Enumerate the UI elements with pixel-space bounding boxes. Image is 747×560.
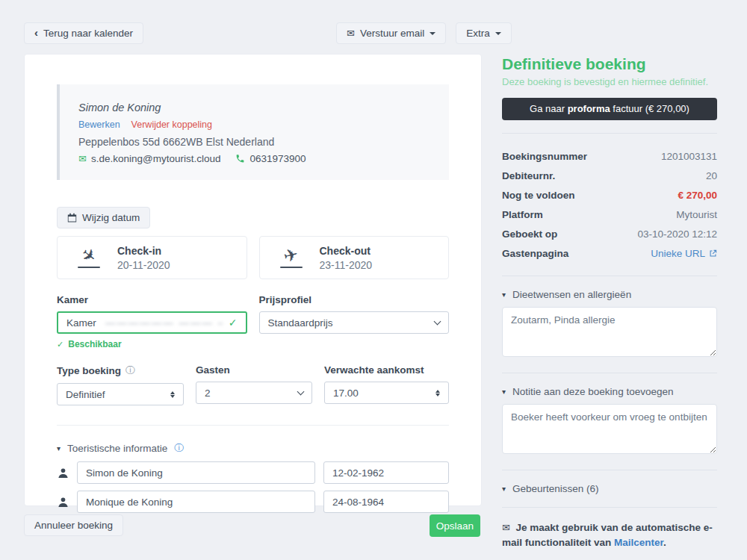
cancel-booking-button[interactable]: Annuleer boeking (24, 514, 123, 536)
booking-status-sidebar: Definitieve boeking Deze boeking is beve… (502, 55, 717, 560)
guests-select[interactable]: 2 (196, 382, 312, 404)
phone-icon (235, 154, 245, 164)
booking-detail-page: ‹ Terug naar kalender ✉ Verstuur email E… (0, 0, 747, 560)
cancel-booking-label: Annuleer boeking (34, 520, 113, 531)
arrival-time-stepper[interactable]: 17.00 (324, 382, 449, 404)
price-profile-label: Prijsprofiel (259, 294, 450, 305)
arrival-label: Verwachte aankomst (324, 364, 449, 376)
chevron-down-icon (297, 388, 305, 395)
person-icon (57, 467, 69, 479)
tourist-name-input[interactable] (77, 461, 315, 484)
detail-row-booking-number: Boekingsnummer 1201003131 (502, 146, 717, 166)
guest-phone-value: 0631973900 (249, 153, 306, 164)
room-input[interactable]: Kamer —————— ——— — ✓ (57, 311, 247, 334)
price-profile-select[interactable]: Standaardprijs (259, 311, 450, 334)
room-availability: ✓ Beschikbaar (57, 339, 247, 349)
diet-textarea[interactable]: Zoutarm, Pinda allergie (502, 307, 717, 357)
room-value-obscured: —————— ——— — (105, 317, 223, 329)
back-to-calendar-button[interactable]: ‹ Terug naar kalender (24, 22, 143, 44)
guest-email: ✉ s.de.koning@mytourist.cloud (78, 153, 220, 164)
booking-status-subtitle: Deze boeking is bevestigd en hiermee def… (502, 76, 717, 87)
envelope-icon: ✉ (78, 153, 87, 164)
booking-status-title: Definitieve boeking (502, 55, 717, 73)
plane-landing-icon: ✈ (75, 247, 102, 268)
send-email-label: Verstuur email (360, 28, 424, 39)
guest-info-panel: Simon de Koning Bewerken Verwijder koppe… (57, 84, 449, 180)
send-email-button[interactable]: ✉ Verstuur email (336, 22, 446, 44)
guest-contact: ✉ s.de.koning@mytourist.cloud 0631973900 (78, 153, 430, 164)
calendar-icon (67, 213, 77, 223)
edit-guest-link[interactable]: Bewerken (78, 119, 120, 130)
checkin-box: ✈ Check-in 20-11-2020 (57, 236, 247, 279)
tourist-birthdate-input[interactable] (323, 491, 449, 513)
divider (502, 276, 717, 276)
chevron-left-icon: ‹ (34, 26, 38, 39)
booking-form-card: Simon de Koning Bewerken Verwijder koppe… (24, 54, 482, 506)
up-down-arrows-icon (436, 390, 440, 396)
detail-row-debtor-number: Debiteurnr. 20 (502, 166, 717, 185)
tourist-birthdate-input[interactable] (323, 461, 449, 484)
plane-takeoff-icon: ✈ (278, 247, 305, 268)
unlink-guest-link[interactable]: Verwijder koppeling (131, 119, 212, 130)
checkout-date: 23-11-2020 (320, 259, 373, 271)
change-date-button[interactable]: Wijzig datum (57, 207, 150, 228)
detail-row-guest-page: Gastenpagina Unieke URL (502, 243, 717, 263)
caret-down-icon: ▾ (57, 444, 61, 452)
diet-section-header[interactable]: ▾ Dieetwensen en allergieën (502, 289, 717, 300)
caret-down-icon: ▾ (502, 485, 506, 493)
guest-address: Peppelenbos 55d 6662WB Elst Nederland (78, 136, 430, 148)
check-icon: ✓ (57, 340, 63, 349)
topbar-actions: ✉ Verstuur email Extra (336, 22, 512, 44)
tourist-row (57, 491, 449, 513)
booking-type-label: Type boeking ⓘ (57, 364, 184, 377)
tourist-row (57, 461, 449, 484)
availability-label: Beschikbaar (68, 339, 121, 349)
tourist-name-input[interactable] (77, 491, 315, 513)
tourist-info-header[interactable]: ▾ Toeristische informatie ⓘ (57, 442, 449, 455)
chevron-down-icon (434, 317, 441, 325)
booking-type-value: Definitief (66, 389, 105, 400)
change-date-label: Wijzig datum (82, 212, 140, 223)
room-value: Kamer (66, 317, 96, 329)
checkin-date: 20-11-2020 (117, 259, 170, 271)
unique-url-link[interactable]: Unieke URL (651, 248, 717, 259)
guest-links: Bewerken Verwijder koppeling (78, 119, 430, 130)
mailcenter-link[interactable]: Mailcenter (614, 537, 663, 548)
price-profile-value: Standaardprijs (268, 317, 333, 329)
room-price-row: Kamer Kamer —————— ——— — ✓ ✓ Beschikbaar… (57, 294, 449, 349)
check-dates-row: ✈ Check-in 20-11-2020 ✈ Check-out 23-11-… (57, 236, 449, 279)
info-icon: ⓘ (174, 442, 184, 455)
guest-name: Simon de Koning (78, 102, 430, 113)
checkout-box: ✈ Check-out 23-11-2020 (259, 236, 450, 279)
extra-label: Extra (466, 28, 490, 39)
person-icon (57, 497, 69, 508)
divider (502, 470, 717, 470)
info-icon: ⓘ (125, 364, 135, 377)
detail-row-amount-due: Nog te voldoen € 270,00 (502, 185, 717, 205)
events-section-header[interactable]: ▾ Gebeurtenissen (6) (502, 483, 717, 494)
guests-label: Gasten (196, 364, 312, 376)
envelope-icon: ✉ (347, 28, 355, 39)
proforma-invoice-button[interactable]: Ga naar proforma factuur (€ 270,00) (502, 98, 717, 120)
extra-button[interactable]: Extra (456, 22, 512, 44)
envelope-icon: ✉ (502, 522, 510, 533)
diet-section-title: Dieetwensen en allergieën (512, 289, 631, 300)
up-down-arrows-icon (170, 391, 175, 398)
booking-type-select[interactable]: Definitief (57, 383, 184, 405)
amount-due-value: € 270,00 (678, 190, 717, 201)
divider (502, 507, 717, 508)
check-icon: ✓ (229, 317, 238, 329)
tourist-info-title: Toeristische informatie (67, 443, 167, 454)
caret-down-icon: ▾ (502, 290, 506, 299)
note-textarea[interactable]: Boeker heeft voorkeur om vroeg te ontbij… (502, 404, 717, 454)
save-button[interactable]: Opslaan (430, 514, 480, 537)
note-section-header[interactable]: ▾ Notitie aan deze boeking toevoegen (502, 386, 717, 397)
note-section-title: Notitie aan deze boeking toevoegen (512, 386, 673, 397)
checkin-label: Check-in (117, 245, 170, 257)
detail-row-booked-on: Geboekt op 03-10-2020 12:12 (502, 224, 717, 243)
caret-down-icon: ▾ (502, 388, 506, 396)
caret-down-icon (495, 32, 501, 35)
room-label: Kamer (57, 294, 247, 305)
arrival-value: 17.00 (333, 388, 359, 399)
back-button-label: Terug naar kalender (43, 28, 133, 39)
